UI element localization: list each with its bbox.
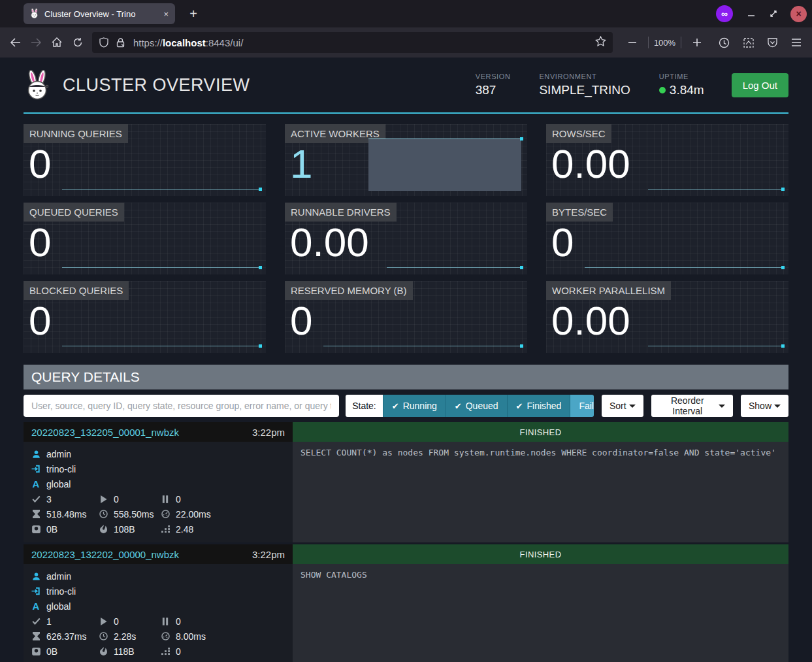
tile-label: ROWS/SEC [546,124,611,143]
fire-icon [99,525,108,534]
pocket-icon[interactable] [762,32,783,53]
restore-button[interactable] [764,5,783,23]
sparkline-dot [259,344,262,348]
check-icon: ✔ [455,401,462,411]
home-button[interactable] [46,32,67,53]
cluster-header: CLUSTER OVERVIEW VERSION 387 ENVIRONMENT… [24,58,788,114]
tile-blocked-queries: BLOCKED QUERIES 0 [24,281,266,353]
tile-value: 0.00 [551,301,630,341]
version-value: 387 [476,83,511,97]
query-user: admin [46,449,71,459]
query-status-badge: FINISHED [293,544,788,564]
private-browsing-icon: ∞ [716,5,733,22]
tile-label: WORKER PARALLELISM [546,281,671,300]
wall-time: 626.37ms [46,631,86,642]
memory-scale-icon [31,525,41,534]
tile-rows-sec: ROWS/SEC 0.00 [546,124,788,196]
history-clock-icon[interactable] [714,32,735,53]
cpu-time: 22.00ms [176,509,211,520]
sparkline-dot [781,344,785,348]
reorder-interval-dropdown[interactable]: Reorder Interval [651,395,733,417]
menu-hamburger-icon[interactable] [786,32,807,53]
new-tab-button[interactable]: + [184,5,203,23]
query-stats-panel: admin trino-cli Aglobal 1 0 0 626.37ms 2… [24,564,293,662]
browser-tab[interactable]: Cluster Overview - Trino × [24,3,175,24]
hourglass-icon [31,632,41,641]
lock-warning-icon[interactable] [116,37,125,48]
sparkline [62,267,260,268]
resource-group-icon: A [31,478,41,489]
tile-label: RESERVED MEMORY (B) [285,281,413,300]
state-filter-queued[interactable]: ✔ Queued [446,395,507,417]
sort-dropdown[interactable]: Sort [602,395,643,417]
tile-label: BLOCKED QUERIES [24,281,129,300]
chevron-down-icon [774,405,781,408]
show-dropdown[interactable]: Show [741,395,788,417]
url-text[interactable]: https://localhost:8443/ui/ [133,37,595,48]
tab-close-icon[interactable]: × [163,9,169,19]
url-bar[interactable]: https://localhost:8443/ui/ [92,32,613,53]
zoom-in-icon[interactable] [687,32,707,53]
cumulative-chart-icon [161,647,170,656]
memory-scale-icon [31,647,41,656]
bookmark-star-icon[interactable] [595,36,606,49]
query-id-link[interactable]: 20220823_132202_00000_nwbzk [31,549,252,560]
pause-icon [161,495,170,504]
query-sql-text: SELECT COUNT(*) as nodes FROM system.run… [293,442,788,542]
query-time: 3:22pm [252,549,285,560]
tile-label: RUNNING QUERIES [24,124,128,143]
current-memory: 0B [46,524,57,535]
browser-window: Cluster Overview - Trino × + ∞ × [0,0,812,662]
pause-icon [161,617,170,626]
tile-label: RUNNABLE DRIVERS [285,203,397,222]
minimize-button[interactable] [742,5,760,23]
query-details-title: QUERY DETAILS [24,365,788,389]
window-close-button[interactable]: × [790,6,807,22]
version-label: VERSION [476,73,511,80]
running-splits: 0 [114,616,119,627]
state-filter-failed-dropdown[interactable]: Failed [570,395,593,417]
state-filter-finished[interactable]: ✔ Finished [507,395,570,417]
tile-worker-parallelism: WORKER PARALLELISM 0.00 [546,281,788,353]
tile-bytes-sec: BYTES/SEC 0 [546,203,788,274]
sparkline-dot [259,188,262,191]
environment-value: SIMPLE_TRINO [539,83,630,97]
stat-tiles: RUNNING QUERIES 0 ACTIVE WORKERS 1 ROWS/… [24,124,788,353]
tracking-shield-icon[interactable] [99,37,109,48]
sparkline [648,189,783,190]
tile-value: 0 [29,144,51,184]
sign-in-icon [31,587,41,596]
wall-time: 518.48ms [46,509,86,520]
tab-bar: Cluster Overview - Trino × + ∞ × [0,0,812,27]
back-button[interactable] [5,32,26,53]
tile-active-workers: ACTIVE WORKERS 1 [285,124,527,196]
environment-label: ENVIRONMENT [539,73,630,80]
user-icon [31,572,41,581]
tile-value: 0 [29,222,51,263]
sparkline [648,346,783,346]
state-filter-running[interactable]: ✔ Running [383,395,446,417]
reload-button[interactable] [67,32,88,53]
cumulative-memory: 0 [176,646,181,657]
navigation-toolbar: https://localhost:8443/ui/ 100% [0,27,812,58]
query-filter-toolbar: State: ✔ Running ✔ Queued ✔ Finished Fai… [24,395,788,417]
state-filter-label: State: [346,395,383,417]
query-status-badge: FINISHED [293,422,788,442]
zoom-level[interactable]: 100% [654,38,675,48]
sparkline [323,346,521,346]
query-id-link[interactable]: 20220823_132205_00001_nwbzk [31,427,252,438]
logout-button[interactable]: Log Out [732,73,788,97]
clock-icon [99,632,108,641]
query-search-input[interactable] [24,395,339,417]
gauge-icon [161,510,170,519]
zoom-out-icon[interactable] [622,32,643,53]
gauge-icon [161,632,170,641]
tile-value: 1 [290,144,312,184]
cpu-time: 8.00ms [176,631,206,642]
total-time: 2.28s [114,631,136,642]
forward-button[interactable] [26,32,47,53]
uptime-status-dot [659,87,666,93]
screenshot-icon[interactable] [738,32,759,53]
page-title: CLUSTER OVERVIEW [63,75,476,95]
queued-splits: 0 [176,616,181,627]
